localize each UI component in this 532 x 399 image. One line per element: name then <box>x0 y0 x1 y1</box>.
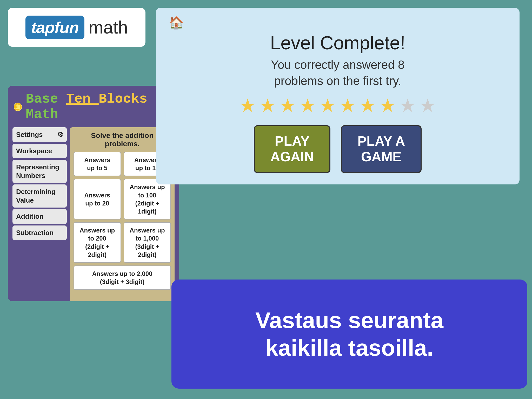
representing-numbers-label: Representing Numbers <box>16 163 59 179</box>
star-1: ★ <box>239 96 256 115</box>
addition-label: Addition <box>16 212 43 220</box>
finnish-panel: Vastaus seurantakaikilla tasoilla. <box>171 280 527 389</box>
math-text: math <box>89 17 128 37</box>
btb-panel: 🪙 Base Ten Blocks Math Settings ⚙ Worksp… <box>8 86 179 301</box>
nav-subtraction[interactable]: Subtraction <box>12 225 67 240</box>
level-answers-to-5[interactable]: Answersup to 5 <box>74 152 121 176</box>
tapfun-badge: tapfun <box>25 16 84 39</box>
star-8: ★ <box>379 96 396 115</box>
star-7: ★ <box>359 96 376 115</box>
btb-title-ten: Ten <box>66 91 99 107</box>
level-answers-up-to-100[interactable]: Answers up to 100(2digit + 1digit) <box>124 179 171 220</box>
play-again-button[interactable]: PLAYAGAIN <box>254 125 331 173</box>
nav-determining-value[interactable]: Determining Value <box>12 184 67 208</box>
star-4: ★ <box>299 96 316 115</box>
level-row-2: Answersup to 20 Answers up to 100(2digit… <box>74 179 171 220</box>
level-row-4: Answers up to 2,000(3digit + 3digit) <box>74 265 171 290</box>
btb-body: Settings ⚙ Workspace Representing Number… <box>10 125 177 301</box>
gear-icon: ⚙ <box>57 130 63 139</box>
nav-workspace[interactable]: Workspace <box>12 144 67 158</box>
level-complete-content: Level Complete! You correctly answered 8… <box>169 32 507 173</box>
star-3: ★ <box>279 96 296 115</box>
level-row-3: Answers up to 200(2digit + 2digit) Answe… <box>74 222 171 263</box>
play-game-button[interactable]: PLAY AGAME <box>341 125 422 173</box>
home-icon[interactable]: 🏠 <box>169 16 184 30</box>
level-complete-title: Level Complete! <box>270 32 405 54</box>
star-2: ★ <box>259 96 276 115</box>
nav-addition[interactable]: Addition <box>12 209 67 224</box>
nav-representing-numbers[interactable]: Representing Numbers <box>12 160 67 183</box>
logo-box: tapfun math <box>8 8 145 47</box>
nav-settings[interactable]: Settings ⚙ <box>12 127 67 142</box>
level-answers-to-20[interactable]: Answersup to 20 <box>74 179 121 220</box>
finnish-text: Vastaus seurantakaikilla tasoilla. <box>255 307 443 361</box>
tapfun-text: tapfun <box>31 18 79 37</box>
btb-header: 🪙 Base Ten Blocks Math <box>8 86 179 125</box>
btb-title: Base Ten Blocks Math <box>26 91 174 122</box>
level-answers-up-to-1000[interactable]: Answers up to 1,000(3digit + 2digit) <box>124 222 171 263</box>
stars-row: ★ ★ ★ ★ ★ ★ ★ ★ ★ ★ <box>239 96 436 115</box>
determining-value-label: Determining Value <box>16 188 56 204</box>
coin-icon: 🪙 <box>13 102 23 111</box>
level-answers-up-to-2000[interactable]: Answers up to 2,000(3digit + 3digit) <box>74 265 171 290</box>
level-complete-subtitle: You correctly answered 8problems on the … <box>271 57 405 89</box>
level-complete-panel: 🏠 Level Complete! You correctly answered… <box>156 8 520 184</box>
btb-title-base: Base <box>26 91 66 107</box>
buttons-row: PLAYAGAIN PLAY AGAME <box>254 125 422 173</box>
subtraction-label: Subtraction <box>16 229 54 237</box>
btb-nav: Settings ⚙ Workspace Representing Number… <box>10 125 69 301</box>
level-answers-up-to-200[interactable]: Answers up to 200(2digit + 2digit) <box>74 222 121 263</box>
workspace-label: Workspace <box>16 147 52 155</box>
star-9: ★ <box>399 96 416 115</box>
btb-title-math: Math <box>26 107 58 122</box>
star-6: ★ <box>339 96 356 115</box>
btb-title-blocks: Blocks <box>99 91 147 107</box>
star-10: ★ <box>419 96 436 115</box>
star-5: ★ <box>319 96 336 115</box>
settings-label: Settings <box>16 130 43 139</box>
